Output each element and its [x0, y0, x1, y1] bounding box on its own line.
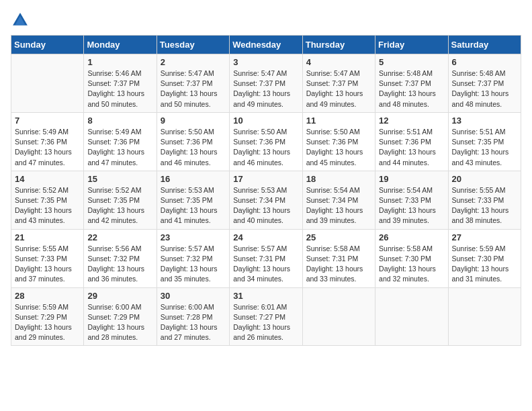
day-cell: 12Sunrise: 5:51 AM Sunset: 7:36 PM Dayli…	[375, 112, 448, 171]
day-number: 25	[306, 232, 371, 242]
day-cell: 2Sunrise: 5:47 AM Sunset: 7:37 PM Daylig…	[157, 54, 229, 113]
day-number: 14	[15, 174, 80, 184]
day-number: 29	[87, 291, 152, 301]
day-info: Sunrise: 5:46 AM Sunset: 7:37 PM Dayligh…	[87, 68, 152, 109]
day-cell: 29Sunrise: 6:00 AM Sunset: 7:29 PM Dayli…	[84, 287, 157, 346]
day-number: 30	[161, 291, 226, 301]
day-number: 31	[233, 291, 298, 301]
day-number: 4	[306, 57, 371, 67]
day-cell	[375, 287, 448, 346]
day-info: Sunrise: 5:47 AM Sunset: 7:37 PM Dayligh…	[306, 68, 371, 109]
day-cell: 23Sunrise: 5:57 AM Sunset: 7:32 PM Dayli…	[157, 229, 229, 287]
day-number: 1	[87, 57, 152, 67]
day-info: Sunrise: 5:48 AM Sunset: 7:37 PM Dayligh…	[379, 68, 444, 109]
day-info: Sunrise: 5:52 AM Sunset: 7:35 PM Dayligh…	[87, 185, 152, 226]
day-cell: 5Sunrise: 5:48 AM Sunset: 7:37 PM Daylig…	[375, 54, 448, 113]
day-number: 7	[15, 116, 80, 126]
day-number: 26	[379, 232, 444, 242]
header-monday: Monday	[84, 36, 157, 54]
day-number: 28	[15, 291, 80, 301]
day-number: 24	[233, 232, 298, 242]
day-cell: 8Sunrise: 5:49 AM Sunset: 7:36 PM Daylig…	[84, 112, 157, 171]
logo-icon	[11, 11, 30, 30]
header-friday: Friday	[375, 36, 448, 54]
day-info: Sunrise: 5:52 AM Sunset: 7:35 PM Dayligh…	[15, 185, 80, 226]
day-number: 21	[15, 232, 80, 242]
day-info: Sunrise: 5:55 AM Sunset: 7:33 PM Dayligh…	[15, 244, 80, 285]
week-row-3: 14Sunrise: 5:52 AM Sunset: 7:35 PM Dayli…	[11, 171, 521, 229]
week-row-4: 21Sunrise: 5:55 AM Sunset: 7:33 PM Dayli…	[11, 229, 521, 287]
day-cell: 11Sunrise: 5:50 AM Sunset: 7:36 PM Dayli…	[302, 112, 375, 171]
day-cell: 26Sunrise: 5:58 AM Sunset: 7:30 PM Dayli…	[375, 229, 448, 287]
calendar-table: SundayMondayTuesdayWednesdayThursdayFrid…	[11, 35, 521, 346]
day-number: 10	[233, 116, 298, 126]
header-thursday: Thursday	[302, 36, 375, 54]
day-number: 8	[87, 116, 152, 126]
day-cell: 16Sunrise: 5:53 AM Sunset: 7:35 PM Dayli…	[157, 171, 229, 229]
day-number: 23	[161, 232, 226, 242]
day-number: 13	[452, 116, 517, 126]
day-number: 22	[87, 232, 152, 242]
day-info: Sunrise: 6:00 AM Sunset: 7:29 PM Dayligh…	[87, 302, 152, 343]
day-number: 2	[161, 57, 226, 67]
day-info: Sunrise: 5:50 AM Sunset: 7:36 PM Dayligh…	[161, 127, 226, 168]
day-cell: 14Sunrise: 5:52 AM Sunset: 7:35 PM Dayli…	[11, 171, 84, 229]
header-tuesday: Tuesday	[157, 36, 229, 54]
day-cell: 24Sunrise: 5:57 AM Sunset: 7:31 PM Dayli…	[230, 229, 302, 287]
day-cell	[448, 287, 521, 346]
header-sunday: Sunday	[11, 36, 84, 54]
day-info: Sunrise: 5:58 AM Sunset: 7:31 PM Dayligh…	[306, 244, 371, 285]
day-info: Sunrise: 5:56 AM Sunset: 7:32 PM Dayligh…	[87, 244, 152, 285]
day-info: Sunrise: 5:47 AM Sunset: 7:37 PM Dayligh…	[233, 68, 298, 109]
day-info: Sunrise: 5:47 AM Sunset: 7:37 PM Dayligh…	[161, 68, 226, 109]
day-cell: 20Sunrise: 5:55 AM Sunset: 7:33 PM Dayli…	[448, 171, 521, 229]
day-cell: 3Sunrise: 5:47 AM Sunset: 7:37 PM Daylig…	[230, 54, 302, 113]
day-cell: 10Sunrise: 5:50 AM Sunset: 7:36 PM Dayli…	[230, 112, 302, 171]
week-row-1: 1Sunrise: 5:46 AM Sunset: 7:37 PM Daylig…	[11, 54, 521, 113]
day-info: Sunrise: 5:51 AM Sunset: 7:36 PM Dayligh…	[379, 127, 444, 168]
header-wednesday: Wednesday	[230, 36, 302, 54]
day-number: 15	[87, 174, 152, 184]
day-cell: 18Sunrise: 5:54 AM Sunset: 7:34 PM Dayli…	[302, 171, 375, 229]
calendar-body: 1Sunrise: 5:46 AM Sunset: 7:37 PM Daylig…	[11, 54, 521, 346]
day-cell: 28Sunrise: 5:59 AM Sunset: 7:29 PM Dayli…	[11, 287, 84, 346]
day-cell: 13Sunrise: 5:51 AM Sunset: 7:35 PM Dayli…	[448, 112, 521, 171]
day-info: Sunrise: 5:48 AM Sunset: 7:37 PM Dayligh…	[452, 68, 517, 109]
day-info: Sunrise: 5:50 AM Sunset: 7:36 PM Dayligh…	[233, 127, 298, 168]
day-number: 11	[306, 116, 371, 126]
week-row-2: 7Sunrise: 5:49 AM Sunset: 7:36 PM Daylig…	[11, 112, 521, 171]
day-cell: 7Sunrise: 5:49 AM Sunset: 7:36 PM Daylig…	[11, 112, 84, 171]
day-number: 27	[452, 232, 517, 242]
day-info: Sunrise: 5:57 AM Sunset: 7:32 PM Dayligh…	[161, 244, 226, 285]
day-cell: 15Sunrise: 5:52 AM Sunset: 7:35 PM Dayli…	[84, 171, 157, 229]
day-cell: 1Sunrise: 5:46 AM Sunset: 7:37 PM Daylig…	[84, 54, 157, 113]
page-header	[11, 11, 521, 30]
day-number: 3	[233, 57, 298, 67]
day-cell: 6Sunrise: 5:48 AM Sunset: 7:37 PM Daylig…	[448, 54, 521, 113]
day-info: Sunrise: 5:49 AM Sunset: 7:36 PM Dayligh…	[87, 127, 152, 168]
day-info: Sunrise: 5:49 AM Sunset: 7:36 PM Dayligh…	[15, 127, 80, 168]
day-info: Sunrise: 5:54 AM Sunset: 7:33 PM Dayligh…	[379, 185, 444, 226]
day-number: 9	[161, 116, 226, 126]
day-info: Sunrise: 5:53 AM Sunset: 7:35 PM Dayligh…	[161, 185, 226, 226]
day-info: Sunrise: 5:55 AM Sunset: 7:33 PM Dayligh…	[452, 185, 517, 226]
day-cell	[11, 54, 84, 113]
day-cell: 25Sunrise: 5:58 AM Sunset: 7:31 PM Dayli…	[302, 229, 375, 287]
day-cell	[302, 287, 375, 346]
day-cell: 30Sunrise: 6:00 AM Sunset: 7:28 PM Dayli…	[157, 287, 229, 346]
day-info: Sunrise: 6:00 AM Sunset: 7:28 PM Dayligh…	[161, 302, 226, 343]
day-info: Sunrise: 5:54 AM Sunset: 7:34 PM Dayligh…	[306, 185, 371, 226]
day-number: 20	[452, 174, 517, 184]
day-info: Sunrise: 5:58 AM Sunset: 7:30 PM Dayligh…	[379, 244, 444, 285]
day-info: Sunrise: 5:50 AM Sunset: 7:36 PM Dayligh…	[306, 127, 371, 168]
day-number: 6	[452, 57, 517, 67]
day-number: 17	[233, 174, 298, 184]
day-info: Sunrise: 6:01 AM Sunset: 7:27 PM Dayligh…	[233, 302, 298, 343]
day-cell: 27Sunrise: 5:59 AM Sunset: 7:30 PM Dayli…	[448, 229, 521, 287]
day-cell: 19Sunrise: 5:54 AM Sunset: 7:33 PM Dayli…	[375, 171, 448, 229]
day-cell: 17Sunrise: 5:53 AM Sunset: 7:34 PM Dayli…	[230, 171, 302, 229]
calendar-header-row: SundayMondayTuesdayWednesdayThursdayFrid…	[11, 36, 521, 54]
week-row-5: 28Sunrise: 5:59 AM Sunset: 7:29 PM Dayli…	[11, 287, 521, 346]
day-info: Sunrise: 5:51 AM Sunset: 7:35 PM Dayligh…	[452, 127, 517, 168]
day-cell: 9Sunrise: 5:50 AM Sunset: 7:36 PM Daylig…	[157, 112, 229, 171]
